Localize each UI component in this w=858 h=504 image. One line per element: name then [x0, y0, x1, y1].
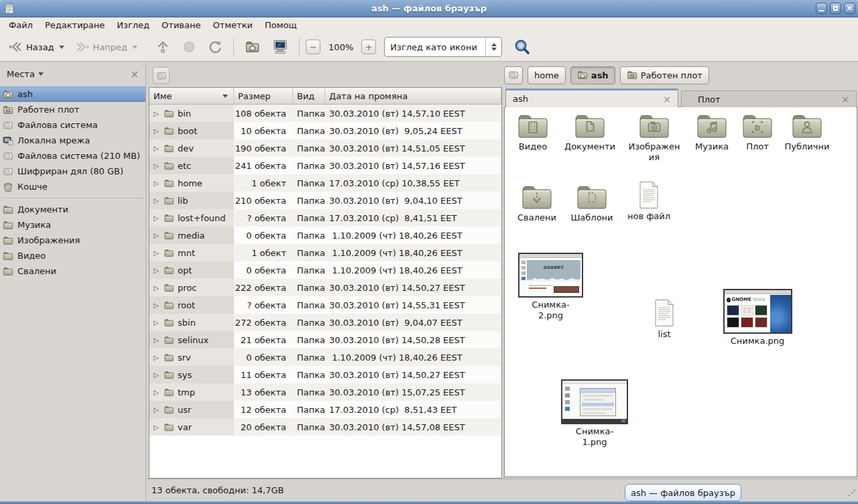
tab-close-icon[interactable]: × [663, 94, 671, 105]
home-button[interactable] [240, 37, 265, 57]
row-expander-icon[interactable]: ▷ [152, 406, 160, 414]
zoom-level[interactable]: 100% [323, 42, 359, 52]
row-expander-icon[interactable]: ▷ [152, 232, 160, 239]
sidebar-item-trash[interactable]: Кошче [0, 179, 145, 194]
sidebar-item-encrypted-80gb[interactable]: Шифриран дял (80 GB) [0, 164, 145, 179]
row-expander-icon[interactable]: ▷ [152, 127, 160, 135]
table-row[interactable]: ▷ bin 108 обекта Папка 30.03.2010 (вт) 1… [149, 105, 501, 122]
sidebar-item-desktop[interactable]: Работен плот [0, 102, 145, 117]
icon-item-pictures[interactable]: Изображения [624, 113, 684, 163]
view-mode-stepper[interactable] [485, 38, 501, 56]
menu-go[interactable]: Отиване [156, 19, 206, 32]
sidebar-item-videos[interactable]: Видео [0, 248, 145, 263]
table-row[interactable]: ▷ sys 11 обекта Папка 30.03.2010 (вт) 14… [149, 366, 501, 383]
row-expander-icon[interactable]: ▷ [152, 284, 160, 292]
sidebar-item-network[interactable]: Локална мрежа [0, 133, 145, 148]
tab-plot[interactable]: Плот × [681, 90, 857, 107]
column-header-type[interactable]: Вид [293, 88, 325, 104]
up-button[interactable] [151, 36, 175, 58]
titlebar[interactable]: ash — файлов браузър × [0, 0, 858, 17]
row-expander-icon[interactable]: ▷ [152, 249, 160, 257]
icon-item-list-file[interactable]: list [636, 299, 692, 340]
icon-item-downloads[interactable]: Свалени [509, 184, 565, 223]
table-row[interactable]: ▷ home 1 обект Папка 17.03.2010 (ср) 10,… [149, 174, 501, 192]
sidebar-item-downloads[interactable]: Свалени [0, 263, 145, 279]
forward-button[interactable]: Напред [71, 37, 141, 57]
table-row[interactable]: ▷ usr 12 обекта Папка 17.03.2010 (ср) 8,… [149, 401, 501, 418]
row-expander-icon[interactable]: ▷ [152, 424, 160, 431]
table-row[interactable]: ▷ lost+found ? обекта Папка 17.03.2010 (… [149, 209, 501, 227]
column-header-date[interactable]: Дата на промяна [325, 88, 501, 104]
breadcrumb-root-button[interactable] [504, 66, 523, 84]
table-row[interactable]: ▷ lib 210 обекта Папка 30.03.2010 (вт) 9… [149, 192, 501, 209]
row-expander-icon[interactable]: ▷ [152, 302, 160, 309]
row-expander-icon[interactable]: ▷ [152, 110, 160, 117]
table-row[interactable]: ▷ sbin 272 обекта Папка 30.03.2010 (вт) … [149, 314, 501, 331]
sidebar-item-filesystem-210mb[interactable]: Файлова система (210 MB) [0, 148, 145, 164]
minimize-button[interactable] [816, 3, 827, 14]
sidebar-title-select[interactable]: Места [7, 69, 44, 79]
breadcrumb-home-button[interactable]: home [528, 66, 566, 84]
row-expander-icon[interactable]: ▷ [152, 389, 160, 396]
icon-item-snimka[interactable]: GNOME Store Снимка.png [721, 289, 794, 346]
icon-item-documents[interactable]: Документи [560, 113, 619, 152]
taskbar-window-button[interactable]: ash — файлов браузър [625, 484, 741, 501]
sidebar-item-home[interactable]: ash [0, 86, 145, 102]
computer-button[interactable] [267, 36, 293, 58]
row-expander-icon[interactable]: ▷ [152, 371, 160, 379]
row-expander-icon[interactable]: ▷ [152, 145, 160, 152]
sidebar-item-filesystem[interactable]: Файлова система [0, 117, 145, 133]
icon-item-videos[interactable]: Видео [505, 113, 561, 152]
menu-file[interactable]: Файл [3, 19, 39, 32]
icon-view[interactable]: Видео Документи Изображения Музика Плот … [504, 107, 857, 477]
table-row[interactable]: ▷ root ? обекта Папка 30.03.2010 (вт) 14… [149, 296, 501, 314]
table-row[interactable]: ▷ mnt 1 обект Папка 1.10.2009 (чт) 18,40… [149, 244, 501, 261]
column-header-size[interactable]: Размер [234, 88, 293, 104]
row-expander-icon[interactable]: ▷ [152, 197, 160, 204]
breadcrumb-ash-button[interactable]: ash [570, 66, 615, 84]
table-row[interactable]: ▷ dev 190 обекта Папка 30.03.2010 (вт) 1… [149, 139, 501, 157]
menu-edit[interactable]: Редактиране [39, 19, 111, 32]
sidebar-item-documents[interactable]: Документи [0, 202, 145, 217]
table-row[interactable]: ▷ etc 241 обекта Папка 30.03.2010 (вт) 1… [149, 157, 501, 174]
table-row[interactable]: ▷ opt 0 обекта Папка 1.10.2009 (чт) 18,4… [149, 261, 501, 279]
close-button[interactable]: × [844, 3, 855, 14]
icon-item-public[interactable]: Публични [778, 113, 837, 152]
row-expander-icon[interactable]: ▷ [152, 162, 160, 170]
column-header-name[interactable]: Име [149, 88, 234, 104]
table-row[interactable]: ▷ proc 222 обекта Папка 30.03.2010 (вт) … [149, 279, 501, 296]
icon-item-new-file[interactable]: нов файл [621, 181, 677, 222]
row-expander-icon[interactable]: ▷ [152, 214, 160, 222]
resize-grip[interactable] [847, 489, 855, 497]
zoom-in-button[interactable]: + [361, 40, 376, 54]
maximize-button[interactable] [830, 3, 841, 14]
left-pane-root-button[interactable] [153, 67, 170, 84]
search-button[interactable] [511, 36, 533, 58]
row-expander-icon[interactable]: ▷ [152, 354, 160, 361]
breadcrumb-desktop-button[interactable]: Работен плот [620, 66, 709, 84]
icon-item-snimka2[interactable]: GUADEC Снимка-2.png [517, 253, 585, 321]
tab-close-icon[interactable]: × [841, 94, 849, 105]
row-expander-icon[interactable]: ▷ [152, 336, 160, 344]
zoom-out-button[interactable]: − [306, 40, 320, 54]
icon-item-templates[interactable]: Шаблони [564, 184, 620, 223]
menu-help[interactable]: Помощ [259, 19, 303, 32]
sidebar-close-button[interactable]: × [130, 68, 139, 80]
tab-ash[interactable]: ash × [505, 88, 678, 107]
icon-item-snimka1[interactable]: Снимка-1.png [560, 379, 629, 448]
table-row[interactable]: ▷ boot 10 обекта Папка 30.03.2010 (вт) 9… [149, 122, 501, 139]
menu-bookmarks[interactable]: Отметки [206, 19, 258, 32]
sidebar-item-pictures[interactable]: Изображения [0, 233, 145, 248]
menu-view[interactable]: Изглед [111, 19, 156, 32]
table-row[interactable]: ▷ srv 0 обекта Папка 1.10.2009 (чт) 18,4… [149, 349, 501, 366]
stop-button[interactable] [178, 37, 200, 57]
sidebar-item-music[interactable]: Музика [0, 217, 145, 233]
table-row[interactable]: ▷ tmp 13 обекта Папка 30.03.2010 (вт) 15… [149, 383, 501, 401]
table-row[interactable]: ▷ media 0 обекта Папка 1.10.2009 (чт) 18… [149, 227, 501, 244]
row-expander-icon[interactable]: ▷ [152, 319, 160, 326]
table-row[interactable]: ▷ selinux 21 обекта Папка 30.03.2010 (вт… [149, 331, 501, 349]
table-row[interactable]: ▷ var 20 обекта Папка 30.03.2010 (вт) 14… [149, 418, 501, 436]
back-button[interactable]: Назад [4, 37, 68, 57]
row-expander-icon[interactable]: ▷ [152, 180, 160, 187]
view-mode-select[interactable]: Изглед като икони [384, 37, 502, 57]
